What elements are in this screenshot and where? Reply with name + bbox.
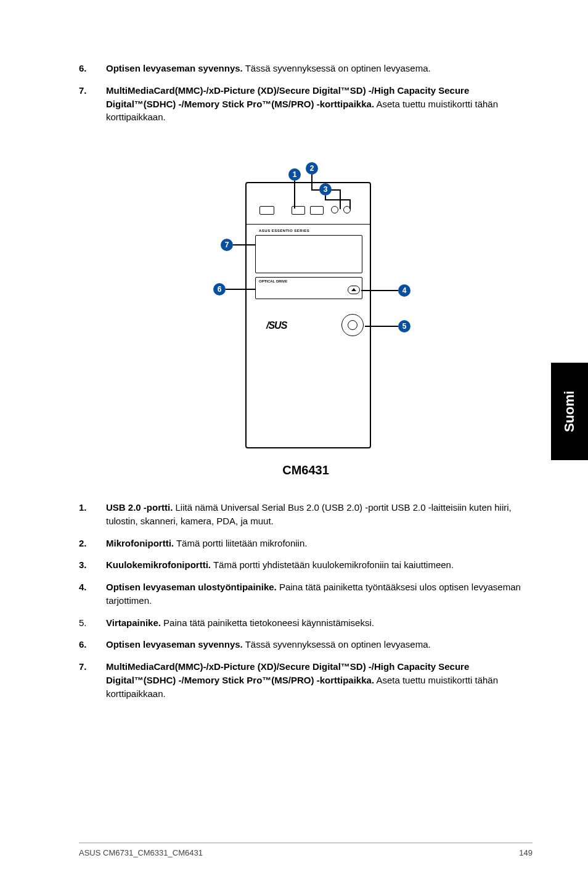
list-item-5: 5. Virtapainike. Paina tätä painiketta t… bbox=[79, 616, 533, 630]
optical-drive-icon bbox=[255, 277, 362, 299]
footer-page-number: 149 bbox=[519, 848, 533, 857]
item-rest: Tässä syvennyksessä on optinen levyasema… bbox=[243, 639, 431, 650]
item-number: 6. bbox=[79, 638, 106, 651]
item-label: Optisen levyaseman syvennys. bbox=[106, 63, 243, 73]
eject-triangle-icon bbox=[351, 288, 356, 291]
callout-3: 3 bbox=[319, 183, 332, 196]
list-item-4: 4. Optisen levyaseman ulostyöntipainike.… bbox=[79, 580, 533, 608]
series-label: ASUS ESSENTIO SERIES bbox=[259, 229, 309, 233]
callout-2: 2 bbox=[306, 162, 318, 175]
item-number: 3. bbox=[79, 558, 106, 572]
callout-5: 5 bbox=[398, 320, 410, 332]
usb-port-icon bbox=[310, 206, 324, 215]
list-item-6-top: 6. Optisen levyaseman syvennys. Tässä sy… bbox=[79, 62, 533, 75]
item-number: 2. bbox=[79, 537, 106, 550]
leader-line bbox=[361, 290, 398, 291]
item-number: 6. bbox=[79, 62, 106, 75]
item-text: Optisen levyaseman ulostyöntipainike. Pa… bbox=[106, 580, 533, 608]
list-item-2: 2. Mikrofoniportti. Tämä portti liitetää… bbox=[79, 537, 533, 550]
list-item-1: 1. USB 2.0 -portti. Liitä nämä Universal… bbox=[79, 501, 533, 528]
power-inner-icon bbox=[348, 320, 357, 330]
item-rest: Tämä portti liitetään mikrofoniin. bbox=[174, 538, 307, 548]
item-number: 7. bbox=[79, 660, 106, 700]
list-item-3: 3. Kuulokemikrofoniportti. Tämä portti y… bbox=[79, 558, 533, 572]
callout-6: 6 bbox=[213, 283, 226, 295]
item-text: MultiMediaCard(MMC)-/xD-Picture (XD)/Sec… bbox=[106, 660, 533, 700]
callout-4: 4 bbox=[398, 284, 410, 297]
callout-7: 7 bbox=[221, 239, 233, 251]
leader-line bbox=[311, 175, 312, 189]
product-figure: ASUS ESSENTIO SERIES OPTICAL DRIVE /SUS … bbox=[79, 140, 533, 477]
item-label: Optisen levyaseman syvennys. bbox=[106, 639, 243, 650]
item-label: Virtapainike. bbox=[106, 617, 161, 628]
item-number: 5. bbox=[79, 616, 106, 630]
optical-bay-icon bbox=[255, 235, 362, 273]
leader-line bbox=[365, 326, 398, 327]
footer-model: ASUS CM6731_CM6331_CM6431 bbox=[79, 848, 203, 857]
leader-line bbox=[349, 199, 351, 209]
tower-diagram: ASUS ESSENTIO SERIES OPTICAL DRIVE /SUS … bbox=[201, 140, 410, 458]
item-label: USB 2.0 -portti. bbox=[106, 502, 173, 513]
leader-line bbox=[325, 199, 349, 200]
item-label: Kuulokemikrofoniportti. bbox=[106, 559, 211, 570]
item-rest: Tämä portti yhdistetään kuulokemikrofoni… bbox=[211, 559, 454, 570]
list-item-7: 7. MultiMediaCard(MMC)-/xD-Picture (XD)/… bbox=[79, 660, 533, 700]
item-text: Optisen levyaseman syvennys. Tässä syven… bbox=[106, 638, 533, 651]
item-number: 7. bbox=[79, 84, 106, 124]
list-item-6: 6. Optisen levyaseman syvennys. Tässä sy… bbox=[79, 638, 533, 651]
callout-1: 1 bbox=[288, 168, 301, 181]
item-text: USB 2.0 -portti. Liitä nämä Universal Se… bbox=[106, 501, 533, 528]
audio-jack-icon bbox=[331, 206, 338, 213]
language-label: Suomi bbox=[561, 390, 578, 432]
item-rest: Paina tätä painiketta tietokoneesi käynn… bbox=[161, 617, 374, 628]
item-label: Optisen levyaseman ulostyöntipainike. bbox=[106, 582, 277, 592]
item-number: 4. bbox=[79, 580, 106, 608]
asus-logo: /SUS bbox=[266, 320, 287, 331]
item-rest: Tässä syvennyksessä on optinen levyasema… bbox=[243, 63, 431, 73]
page-footer: ASUS CM6731_CM6331_CM6431 149 bbox=[79, 843, 533, 857]
item-label: Mikrofoniportti. bbox=[106, 538, 174, 548]
item-text: Optisen levyaseman syvennys. Tässä syven… bbox=[106, 62, 533, 75]
item-number: 1. bbox=[79, 501, 106, 528]
list-item-7-top: 7. MultiMediaCard(MMC)-/xD-Picture (XD)/… bbox=[79, 84, 533, 124]
panel-divider bbox=[245, 224, 371, 225]
front-io-panel bbox=[259, 204, 358, 217]
figure-caption: CM6431 bbox=[282, 463, 329, 477]
item-text: Kuulokemikrofoniportti. Tämä portti yhdi… bbox=[106, 558, 533, 572]
language-tab: Suomi bbox=[551, 363, 588, 460]
card-slot-icon bbox=[259, 206, 274, 215]
leader-line bbox=[294, 181, 295, 208]
item-text: Virtapainike. Paina tätä painiketta tiet… bbox=[106, 616, 533, 630]
leader-line bbox=[226, 289, 255, 290]
leader-line bbox=[233, 244, 255, 245]
item-text: MultiMediaCard(MMC)-/xD-Picture (XD)/Sec… bbox=[106, 84, 533, 124]
item-text: Mikrofoniportti. Tämä portti liitetään m… bbox=[106, 537, 533, 550]
